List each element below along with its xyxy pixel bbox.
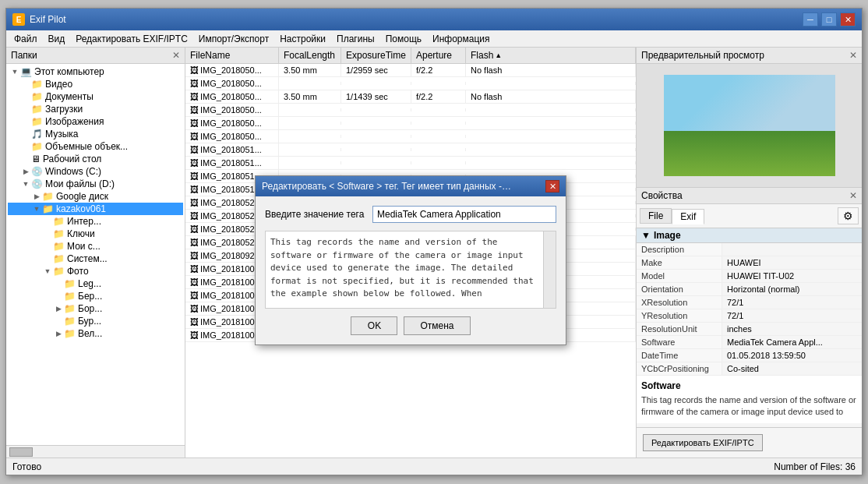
folder-icon: 📁 (31, 116, 43, 127)
tree-item-bor[interactable]: ▶ 📁 Бор... (8, 302, 183, 315)
props-value (722, 243, 862, 256)
table-row[interactable]: 🖼 IMG_2018051... (185, 157, 636, 170)
modal-close-button[interactable]: ✕ (545, 180, 559, 193)
menu-plugins[interactable]: Плагины (332, 32, 379, 46)
modal-cancel-button[interactable]: Отмена (404, 316, 470, 335)
tree-item-music[interactable]: 🎵 Музыка (8, 128, 183, 140)
cell-flash (466, 108, 636, 111)
folder-icon: 📁 (31, 79, 43, 90)
tree-item-bur[interactable]: 📁 Бур... (8, 315, 183, 327)
tree-item-inter[interactable]: 📁 Интер... (8, 215, 183, 228)
tree-item-google[interactable]: ▶ 📁 Google диск (8, 190, 183, 203)
tree-toggle[interactable]: ▼ (20, 178, 31, 189)
tree-toggle[interactable]: ▼ (31, 203, 42, 214)
tree-label: Leg... (78, 278, 101, 289)
tree-item-kazakov[interactable]: ▼ 📁 kazakov061 (8, 203, 183, 215)
menu-edit-exif[interactable]: Редактировать EXIF/IPTC (71, 32, 192, 46)
tree-label: Музыка (45, 129, 78, 140)
tree-item-ber[interactable]: 📁 Бер... (8, 290, 183, 302)
props-body: ▼ Image Description Make HUAWEI Model HU… (637, 228, 862, 427)
close-button[interactable]: ✕ (840, 12, 856, 26)
modal-tag-input[interactable] (372, 206, 556, 223)
maximize-button[interactable]: □ (821, 12, 837, 26)
modal-ok-button[interactable]: OK (351, 316, 397, 335)
col-header-flash[interactable]: Flash ▲ (466, 48, 636, 63)
tree-item-images[interactable]: 📁 Изображения (8, 115, 183, 128)
folder-icon: 📁 (31, 141, 43, 152)
file-icon: 🖼 (190, 118, 199, 128)
table-row[interactable]: 🖼 IMG_2018050... (185, 117, 636, 130)
desktop-icon: 🖥 (31, 154, 41, 164)
tree-item-system[interactable]: 📁 Систем... (8, 253, 183, 265)
right-panel: Предварительный просмотр ✕ Свойства ✕ (636, 48, 862, 458)
tree-item-docs[interactable]: 📁 Документы (8, 90, 183, 103)
tree-item-leg[interactable]: 📁 Leg... (8, 277, 183, 290)
col-header-exposure[interactable]: ExposureTime (341, 48, 411, 63)
tree-toggle[interactable]: ▶ (20, 166, 31, 177)
tree-item-vel[interactable]: ▶ 📁 Вел... (8, 327, 183, 340)
tree-label: Google диск (56, 191, 108, 202)
menu-import-export[interactable]: Импорт/Экспорт (194, 32, 273, 46)
col-header-focal[interactable]: FocalLength (279, 48, 341, 63)
cell-aperture (411, 108, 466, 111)
tree-label: kazakov061 (56, 203, 106, 214)
modal-scrollbar[interactable] (543, 231, 556, 308)
preview-close-button[interactable]: ✕ (849, 50, 857, 61)
tab-file[interactable]: File (640, 208, 672, 224)
modal-description-textarea[interactable] (266, 231, 543, 308)
edit-exif-button[interactable]: Редактировать EXIF/IPTC (643, 434, 763, 451)
tree-item-computer[interactable]: ▼ 💻 Этот компьютер (8, 65, 183, 78)
tree-toggle[interactable]: ▶ (31, 191, 42, 202)
folder-tree[interactable]: ▼ 💻 Этот компьютер 📁 Видео 📁 Документы (6, 64, 185, 445)
props-value: Co-sited (722, 362, 862, 375)
tree-toggle (42, 228, 53, 239)
tree-toggle[interactable]: ▼ (9, 66, 20, 77)
modal-body: Введите значение тега OK Отмена (256, 196, 566, 344)
section-label: Image (654, 230, 681, 241)
file-list-header: FileName FocalLength ExposureTime Apertu… (185, 48, 636, 64)
folder-icon: 📁 (64, 316, 76, 327)
table-row[interactable]: 🖼 IMG_2018050... (185, 104, 636, 117)
tree-item-objects[interactable]: 📁 Объемные объек... (8, 140, 183, 153)
minimize-button[interactable]: ─ (803, 12, 818, 26)
menu-help[interactable]: Помощь (381, 32, 426, 46)
tree-item-moi[interactable]: 📁 Мои с... (8, 240, 183, 253)
tree-toggle[interactable]: ▶ (53, 328, 64, 339)
col-header-filename[interactable]: FileName (185, 48, 279, 63)
menu-file[interactable]: Файл (9, 32, 42, 46)
table-row[interactable]: 🖼 IMG_2018050... (185, 77, 636, 90)
cell-flash (466, 122, 636, 125)
menu-info[interactable]: Информация (428, 32, 494, 46)
sidebar-scrollbar[interactable] (6, 445, 185, 458)
props-value: 01.05.2018 13:59:50 (722, 349, 862, 362)
menu-view[interactable]: Вид (44, 32, 70, 46)
tree-toggle (53, 291, 64, 302)
props-value: inches (722, 323, 862, 335)
tree-item-foto[interactable]: ▼ 📁 Фото (8, 265, 183, 277)
tree-item-video[interactable]: 📁 Видео (8, 78, 183, 90)
tree-item-d[interactable]: ▼ 💿 Мои файлы (D:) (8, 178, 183, 190)
tree-item-kluchi[interactable]: 📁 Ключи (8, 228, 183, 240)
tree-item-desktop[interactable]: 🖥 Рабочий стол (8, 153, 183, 165)
tab-exif[interactable]: Exif (672, 209, 704, 224)
table-row[interactable]: 🖼 IMG_2018050... 3.50 mm 1/2959 sec f/2.… (185, 64, 636, 77)
collapse-icon[interactable]: ▼ (641, 230, 651, 241)
properties-close-button[interactable]: ✕ (849, 190, 857, 201)
status-bar: Готово Number of Files: 36 (6, 458, 862, 475)
tree-toggle (53, 278, 64, 289)
menu-settings[interactable]: Настройки (275, 32, 330, 46)
tree-item-downloads[interactable]: 📁 Загрузки (8, 103, 183, 115)
file-icon: 🖼 (190, 291, 199, 300)
table-row[interactable]: 🖼 IMG_2018050... 3.50 mm 1/1439 sec f/2.… (185, 90, 636, 104)
table-row[interactable]: 🖼 IMG_2018051... (185, 143, 636, 157)
tree-label: Объемные объек... (45, 141, 128, 152)
camera-settings-icon[interactable]: ⚙ (838, 207, 859, 224)
tree-toggle[interactable]: ▶ (53, 303, 64, 314)
table-row[interactable]: 🖼 IMG_2018050... (185, 130, 636, 143)
sidebar-close-button[interactable]: ✕ (172, 50, 180, 61)
col-header-aperture[interactable]: Aperture (411, 48, 466, 63)
props-key: YResolution (637, 309, 722, 322)
tree-toggle[interactable]: ▼ (42, 266, 53, 277)
edit-exif-container: Редактировать EXIF/IPTC (637, 427, 862, 458)
tree-item-c[interactable]: ▶ 💿 Windows (C:) (8, 165, 183, 178)
